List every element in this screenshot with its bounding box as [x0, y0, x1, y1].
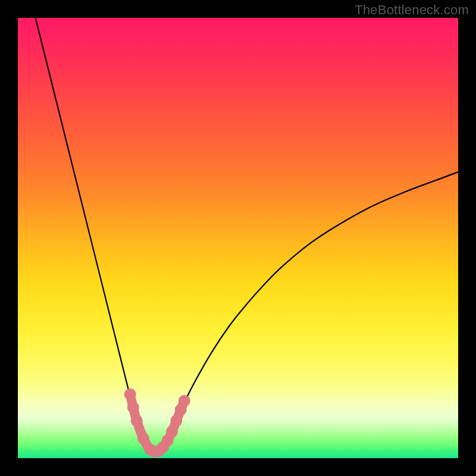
chart-frame: TheBottleneck.com [0, 0, 476, 476]
plot-area [18, 18, 458, 458]
left-branch-curve [36, 18, 155, 452]
right-branch-curve [154, 172, 458, 452]
valley-marker [137, 433, 149, 444]
valley-marker [127, 402, 139, 414]
valley-marker [170, 415, 182, 427]
valley-marker [166, 426, 178, 438]
valley-markers [124, 389, 190, 458]
valley-marker [124, 389, 136, 400]
valley-marker [178, 395, 190, 407]
curve-layer [18, 18, 458, 458]
valley-marker [131, 415, 143, 427]
watermark-text: TheBottleneck.com [355, 2, 469, 18]
